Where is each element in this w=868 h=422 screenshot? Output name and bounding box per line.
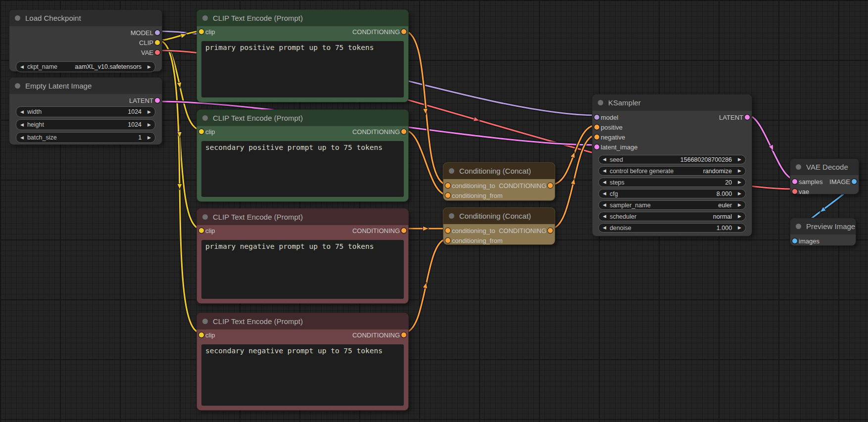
increment-icon[interactable]: ▶: [738, 157, 741, 162]
increment-icon[interactable]: ▶: [738, 191, 741, 196]
collapse-dot-icon[interactable]: [598, 100, 603, 105]
collapse-dot-icon[interactable]: [796, 224, 801, 229]
widget-batch-size[interactable]: ◀ batch_size 1 ▶: [16, 132, 155, 143]
increment-icon[interactable]: ▶: [147, 110, 151, 114]
node-clip-text-encode-positive-primary[interactable]: CLIP Text Encode (Prompt) clip CONDITION…: [196, 9, 409, 102]
increment-icon[interactable]: ▶: [738, 226, 741, 230]
node-ksampler[interactable]: KSampler model LATENT positive negative …: [592, 94, 752, 236]
output-port-model[interactable]: [155, 30, 160, 35]
node-titlebar[interactable]: Load Checkpoint: [9, 10, 162, 26]
node-graph-canvas[interactable]: Load Checkpoint MODEL CLIP VAE ◀ ckpt_na…: [0, 0, 868, 422]
collapse-dot-icon[interactable]: [202, 115, 208, 121]
collapse-dot-icon[interactable]: [202, 214, 208, 220]
collapse-dot-icon[interactable]: [15, 15, 20, 21]
collapse-dot-icon[interactable]: [15, 83, 20, 89]
increment-icon[interactable]: ▶: [147, 65, 151, 69]
input-port-positive[interactable]: [594, 125, 599, 130]
input-port-samples[interactable]: [792, 179, 797, 184]
increment-icon[interactable]: ▶: [738, 203, 741, 207]
decrement-icon[interactable]: ◀: [603, 169, 606, 173]
output-port-image[interactable]: [852, 179, 857, 184]
node-clip-text-encode-negative-secondary[interactable]: CLIP Text Encode (Prompt) clip CONDITION…: [196, 313, 409, 411]
widget-scheduler[interactable]: ◀ scheduler normal ▶: [598, 212, 746, 221]
collapse-dot-icon[interactable]: [202, 15, 208, 21]
widget-width[interactable]: ◀ width 1024 ▶: [16, 106, 155, 117]
input-port-vae[interactable]: [792, 189, 797, 194]
output-port-vae[interactable]: [155, 50, 160, 55]
increment-icon[interactable]: ▶: [738, 214, 741, 219]
prompt-textarea[interactable]: secondary negative prompt up to 75 token…: [201, 344, 404, 406]
widget-height[interactable]: ◀ height 1024 ▶: [16, 119, 155, 130]
node-empty-latent-image[interactable]: Empty Latent Image LATENT ◀ width 1024 ▶…: [9, 77, 162, 145]
decrement-icon[interactable]: ◀: [603, 180, 606, 185]
input-port-negative[interactable]: [594, 135, 599, 140]
decrement-icon[interactable]: ◀: [603, 214, 606, 219]
increment-icon[interactable]: ▶: [738, 169, 741, 173]
collapse-dot-icon[interactable]: [449, 213, 454, 219]
widget-sampler-name[interactable]: ◀ sampler_name euler ▶: [598, 200, 746, 210]
node-clip-text-encode-positive-secondary[interactable]: CLIP Text Encode (Prompt) clip CONDITION…: [196, 109, 409, 202]
node-titlebar[interactable]: Conditioning (Concat): [443, 208, 555, 224]
node-titlebar[interactable]: CLIP Text Encode (Prompt): [197, 10, 408, 26]
increment-icon[interactable]: ▶: [147, 123, 151, 127]
output-port-conditioning[interactable]: [548, 183, 553, 188]
collapse-dot-icon[interactable]: [449, 168, 454, 174]
decrement-icon[interactable]: ◀: [20, 123, 24, 127]
widget-ckpt-name[interactable]: ◀ ckpt_name aamXL_v10.safetensors ▶: [16, 61, 155, 72]
output-port-latent[interactable]: [745, 115, 750, 120]
decrement-icon[interactable]: ◀: [20, 110, 24, 114]
input-port-conditioning-from[interactable]: [445, 238, 450, 243]
input-port-clip[interactable]: [199, 332, 204, 337]
collapse-dot-icon[interactable]: [202, 319, 208, 324]
node-titlebar[interactable]: VAE Decode: [790, 159, 859, 175]
widget-value: normal: [713, 213, 734, 220]
output-port-conditioning[interactable]: [401, 332, 406, 337]
node-preview-image[interactable]: Preview Image images: [790, 218, 856, 246]
node-titlebar[interactable]: Empty Latent Image: [9, 78, 162, 94]
node-titlebar[interactable]: CLIP Text Encode (Prompt): [197, 110, 408, 126]
node-load-checkpoint[interactable]: Load Checkpoint MODEL CLIP VAE ◀ ckpt_na…: [9, 9, 162, 72]
input-port-clip[interactable]: [199, 129, 204, 134]
decrement-icon[interactable]: ◀: [603, 157, 606, 162]
input-port-latent-image[interactable]: [594, 144, 599, 149]
widget-denoise[interactable]: ◀ denoise 1.000 ▶: [598, 223, 746, 233]
prompt-textarea[interactable]: primary positive prompt up to 75 tokens: [201, 41, 404, 97]
input-port-model[interactable]: [594, 115, 599, 120]
input-port-conditioning-to[interactable]: [445, 228, 450, 233]
output-port-clip[interactable]: [155, 40, 160, 45]
node-titlebar[interactable]: Conditioning (Concat): [443, 163, 555, 179]
decrement-icon[interactable]: ◀: [603, 226, 606, 230]
input-port-clip[interactable]: [199, 228, 204, 233]
input-port-conditioning-from[interactable]: [445, 193, 450, 198]
node-clip-text-encode-negative-primary[interactable]: CLIP Text Encode (Prompt) clip CONDITION…: [196, 208, 409, 304]
prompt-textarea[interactable]: primary negative prompt up to 75 tokens: [201, 240, 404, 299]
node-titlebar[interactable]: Preview Image: [790, 218, 856, 234]
decrement-icon[interactable]: ◀: [603, 191, 606, 196]
increment-icon[interactable]: ▶: [147, 136, 151, 140]
input-port-conditioning-to[interactable]: [445, 183, 450, 188]
node-conditioning-concat-1[interactable]: Conditioning (Concat) conditioning_to CO…: [443, 162, 555, 201]
widget-control-before-generate[interactable]: ◀ control before generate randomize ▶: [598, 166, 746, 176]
output-port-conditioning[interactable]: [401, 29, 406, 34]
output-port-conditioning[interactable]: [401, 129, 406, 134]
node-titlebar[interactable]: KSampler: [592, 94, 752, 111]
output-port-conditioning[interactable]: [548, 228, 553, 233]
node-titlebar[interactable]: CLIP Text Encode (Prompt): [197, 209, 408, 225]
wire-arrow: [177, 82, 183, 89]
node-vae-decode[interactable]: VAE Decode samples IMAGE vae: [790, 158, 859, 194]
input-port-clip[interactable]: [199, 29, 204, 34]
collapse-dot-icon[interactable]: [796, 164, 801, 170]
increment-icon[interactable]: ▶: [738, 180, 741, 185]
output-port-conditioning[interactable]: [401, 228, 406, 233]
decrement-icon[interactable]: ◀: [20, 65, 24, 69]
widget-seed[interactable]: ◀ seed 156680208700286 ▶: [598, 155, 746, 164]
output-port-latent[interactable]: [155, 98, 160, 103]
decrement-icon[interactable]: ◀: [603, 203, 606, 207]
widget-steps[interactable]: ◀ steps 20 ▶: [598, 178, 746, 187]
node-conditioning-concat-2[interactable]: Conditioning (Concat) conditioning_to CO…: [443, 207, 555, 245]
decrement-icon[interactable]: ◀: [20, 136, 24, 140]
input-port-images[interactable]: [792, 238, 797, 243]
widget-cfg[interactable]: ◀ cfg 8.000 ▶: [598, 189, 746, 198]
node-titlebar[interactable]: CLIP Text Encode (Prompt): [197, 313, 408, 329]
prompt-textarea[interactable]: secondary positive prompt up to 75 token…: [201, 141, 404, 197]
